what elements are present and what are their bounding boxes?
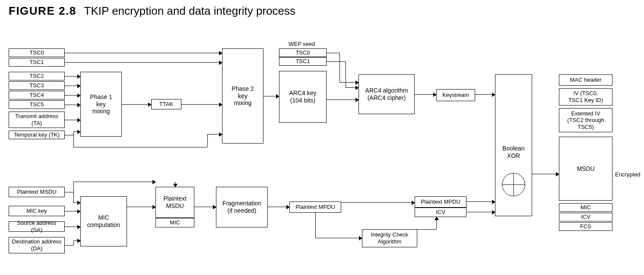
wep-seed-label: WEP seed: [289, 41, 315, 47]
line-da-v: [73, 240, 74, 245]
input-tsc4: TSC4: [9, 91, 65, 99]
integrity-check-box: Integrity CheckAlgorithm: [362, 229, 417, 247]
icv-box: ICV: [415, 208, 466, 217]
line-tk-h1: [65, 135, 73, 135]
input-sa: Source address (SA): [9, 221, 65, 232]
arrow-mickey: [65, 211, 80, 211]
encrypted-label: Encrypted: [615, 171, 641, 178]
input-tsc2: TSC2: [9, 72, 65, 80]
arrow-seed0-arc4: [339, 82, 358, 83]
line-seed1-h: [327, 61, 346, 62]
keystream-box: Keystream: [436, 89, 475, 101]
arrow-mpdu-integrity: [315, 238, 362, 238]
phase1-box: Phase 1keymixing: [80, 72, 122, 137]
arrow-tsc0-phase2: [65, 53, 222, 53]
arc4-algorithm-box: ARC4 algorithm(ARC4 cipher): [358, 74, 415, 114]
line-tk-v1: [73, 131, 74, 135]
arrow-seed1-arc4: [346, 87, 358, 88]
arrow-ttak-phase2: [181, 104, 222, 105]
out-eiv: Extented IV(TSC2 throughTSC5): [559, 108, 612, 132]
arrow-icv-xor: [466, 212, 495, 212]
arrow-pmsdu-mic: [73, 202, 80, 203]
arrow-miccomp-stack: [127, 207, 155, 207]
out-msdu: MSDU: [559, 137, 612, 201]
line-seed0-v: [339, 53, 340, 82]
arrow-keystream-xor: [475, 94, 495, 95]
out-icv: ICV: [559, 213, 612, 221]
line-tk-h2: [73, 147, 207, 147]
line-pmsdu-into-box: [175, 182, 175, 187]
input-ta: Transmit address (TA): [9, 112, 65, 128]
input-tsc3: TSC3: [9, 81, 65, 90]
line-tk-v2: [207, 134, 208, 147]
line-da-h: [65, 245, 73, 246]
arrow-mpdu-mpduicv: [341, 202, 415, 203]
ttak-box: TTAK: [151, 99, 181, 109]
out-mac-header: MAC header: [559, 74, 612, 86]
input-mic-key: MIC key: [9, 206, 65, 216]
arrow-arc4-keystream: [415, 94, 436, 95]
arrow-da: [73, 240, 80, 241]
line-seed1-v: [346, 61, 346, 87]
arrow-tsc1-phase2: [65, 62, 222, 63]
arrow-tk-phase1: [73, 131, 80, 132]
arrow-ta: [65, 120, 80, 120]
line-tk-down: [73, 135, 74, 147]
arrow-tsc3: [65, 86, 80, 86]
phase2-box: Phase 2keymixing: [222, 48, 263, 144]
arrow-xor-output: [532, 174, 559, 174]
arrow-sa: [65, 227, 80, 227]
arrow-tk-phase2: [207, 134, 222, 134]
input-tsc5: TSC5: [9, 100, 65, 109]
arrow-mpdu2-xor: [466, 201, 495, 202]
input-tsc0: TSC0: [9, 48, 65, 57]
line-seed0-h: [327, 53, 339, 53]
arrow-stack-frag: [194, 207, 216, 207]
out-mic: MIC: [559, 203, 612, 212]
out-fcs: FCS: [559, 222, 612, 231]
mic-computation-box: MICcomputation: [80, 196, 127, 246]
fragmentation-box: Fragmentation(if needed): [216, 187, 268, 227]
arrow-pmsdu-direct: [73, 182, 155, 182]
arrow-tsc2: [65, 76, 80, 77]
plaintext-msdu-box: PlaintextMSDU: [155, 187, 194, 218]
xor-icon: [502, 173, 525, 196]
out-iv: IV (TSC0,TSC1 Key ID): [559, 88, 612, 106]
arrow-phase2-arc4key: [263, 96, 279, 96]
input-tsc1: TSC1: [9, 58, 65, 67]
line-mpdu-down: [315, 213, 316, 238]
mpdu-box-2: Plaintext MPDU: [415, 196, 466, 208]
arrow-integrity-icv: [436, 217, 437, 229]
arrow-frag-mpdu: [268, 207, 289, 207]
figure-title: FIGURE 2.8TKIP encryption and data integ…: [9, 4, 295, 18]
wepseed-tsc0: TSC0: [279, 48, 327, 57]
line-pmsdu-h1: [65, 192, 73, 192]
arrow-tsc4: [65, 95, 80, 96]
arrow-arc4key-arc4: [327, 99, 358, 100]
input-da: Destination address (DA): [9, 237, 65, 253]
mic-box: MIC: [155, 218, 194, 227]
arrow-phase1-ttak: [122, 104, 151, 105]
line-integrity-h: [417, 229, 436, 230]
arrow-tsc5: [65, 105, 80, 105]
line-pmsdu-v: [73, 182, 74, 202]
input-tk: Temporal key (TK): [9, 131, 65, 139]
wepseed-tsc1: TSC1: [279, 57, 327, 66]
arc4key-box: ARC4 key(104 bits): [279, 71, 327, 123]
input-plaintext-msdu: Plaintext MSDU: [9, 187, 65, 197]
plaintext-mpdu-box: Plaintext MPDU: [289, 201, 341, 213]
